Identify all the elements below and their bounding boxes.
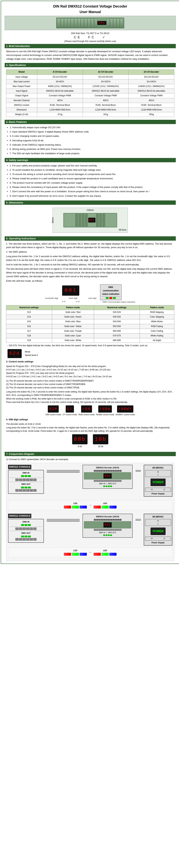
- dimensions-diagram: 218mm 001 90mm 58.5mm: [52, 208, 128, 233]
- control-heading: 3. Control mode settings: [6, 360, 174, 364]
- product-image: 001: [5, 16, 176, 30]
- power-supply-label: Power Supply: [145, 492, 171, 495]
- mode-display-value: Ct: [66, 405, 74, 412]
- speed-display: 524: [7, 349, 22, 358]
- section-3-content: 1. Automatically adapts input voltage DC…: [5, 125, 176, 157]
- led-indicator-2: [25, 524, 27, 526]
- led-strips-area: LED → LED: [8, 500, 172, 510]
- list-item: 2. To avoid installed the product in min…: [10, 168, 174, 172]
- section-4-header: 4. Safety warnings: [5, 158, 176, 162]
- table-row: Input voltageDC12V-DC24VDC12V-DC24VDC12V…: [6, 74, 174, 79]
- op-paragraph-0: 1. The decoder has three buttons, which …: [6, 242, 174, 250]
- dim-heading: 4. DIM digit settings: [6, 418, 174, 422]
- power-supply-block-2: 85-265VAC N L POWER V+ V- Power Supply: [144, 514, 172, 546]
- mode-display-label: RGB control mode: [78, 413, 95, 416]
- op-paragraph-2: Long press the button No. 1 for 2 second…: [6, 255, 174, 262]
- col-32ch: 32 CH Decoder: [83, 69, 128, 74]
- led-indicator-2: [21, 524, 24, 526]
- col-8ch: 8 CH Decoder: [37, 69, 83, 74]
- read-note: (Please read through this manual careful…: [5, 40, 176, 42]
- speed-level-label: Speed level 4: [25, 353, 38, 357]
- mode-display-box: rGBRGB control mode: [78, 405, 95, 416]
- table-row: 517Solid color: Purple560-569Color Fadin…: [6, 329, 174, 333]
- list-item: 3. 6 color changing modes and 10 speed s…: [10, 134, 174, 138]
- list-item: 7. The DIN rail style facilitates the in…: [10, 152, 174, 155]
- section-3-header: 3. Basic Features: [5, 120, 176, 124]
- table-row: Input SignalDMX512 8b/16 bit selectableD…: [6, 89, 174, 93]
- dmx-console-label-2: DMX512 CONSOLE: [8, 514, 31, 518]
- power-word: POWER: [150, 478, 166, 486]
- wire-to-power: [136, 465, 141, 471]
- power-word-2: POWER: [150, 528, 166, 535]
- power-supply-block: 85-265VAC N L POWER V+ V- Power Supply: [144, 465, 172, 497]
- led-indicator-2: [21, 535, 24, 537]
- mode-displays-row: dIMDIM control modeCtCT control moderGBR…: [6, 405, 174, 416]
- dmx-display-labels: hundredth digit tenth digit units digit: [45, 297, 97, 300]
- speed-display-row: 524 Mode Speed level 4: [6, 348, 174, 359]
- mode-display-label: CT control mode: [63, 413, 77, 416]
- power-supply-label-2: Power Supply: [145, 541, 171, 545]
- table-row: DimensionL218×W90×H58.5mmL218×W90×H58.5m…: [6, 107, 174, 112]
- wire-connections: [47, 465, 80, 473]
- dmx-console-block: DMX512 CONSOLE DMX IN: [8, 465, 44, 494]
- bit-displays-row: 08b8 bit16b16 bit: [6, 434, 174, 448]
- table-row: Max load current3A×8CH3A×32CH3A×24CH: [6, 79, 174, 84]
- section-2-content: Model 8 CH Decoder 32 CH Decoder 24 CH D…: [5, 68, 176, 118]
- voltage-label: 85-265VAC: [145, 466, 171, 470]
- op-paragraph-1: 2. Set DMX address: [6, 250, 174, 254]
- table-row: 515Solid color: Blue540-549White flicker: [6, 319, 174, 324]
- mode-display-box: CtCT control mode: [63, 405, 77, 416]
- section-2-header: 2. Specifications: [5, 63, 176, 67]
- mode-display-value: rGBW: [98, 405, 112, 412]
- led-indicator: [21, 475, 24, 477]
- dmx-display: 001: [62, 285, 79, 296]
- led-indicator: [25, 475, 27, 477]
- mode-display-box: dIMDIM control mode: [45, 405, 61, 416]
- section-7-content: 1) Connact to DMX system(take 24CH decod…: [5, 457, 176, 562]
- dmx-display-area: 001 hundredth digit tenth digit units di…: [6, 284, 174, 304]
- dim-depth: 58.5mm: [119, 228, 127, 232]
- page-subtitle: User Manual: [5, 10, 176, 14]
- col-model: Model: [6, 69, 37, 74]
- mode-display-value: dIM: [48, 405, 59, 412]
- dim-content: The decoder works on 8-bit or 16-bit. Lo…: [6, 423, 174, 433]
- mode-display-label: RGBWY control mode: [116, 413, 135, 416]
- list-item: 1. For your safety and product properly …: [10, 164, 174, 168]
- led-indicator: [28, 487, 31, 488]
- mode-display-value: rGB: [81, 405, 92, 412]
- bit-display-block: 16b16 bit: [93, 434, 108, 448]
- conjunction-diagram: DMX512 CONSOLE DMX IN: [6, 463, 174, 561]
- list-item: 6. Please check the consistency of input…: [10, 185, 174, 189]
- page-title: DIN Rail DMX512 Constant Voltage Decoder: [5, 4, 176, 8]
- table-row: DMX512 socketRJ45, Terminal BlockRJ45, T…: [6, 103, 174, 107]
- mode-display-box: rGBWRGBW control mode: [96, 405, 114, 416]
- led-indicator-2: [28, 524, 31, 526]
- wire-connections-2: [47, 514, 80, 522]
- mode-display-label: RGBW control mode: [96, 413, 114, 416]
- speed-note: → 520-579. First two digital indicate th…: [6, 344, 174, 347]
- led-indicator: [25, 487, 27, 488]
- wire-to-power-2: [136, 514, 141, 521]
- table-row: 518Solid color: Cyan570-579White Fading: [6, 333, 174, 338]
- table-row: Output SignalConstant Voltage PWMConstan…: [6, 93, 174, 98]
- table-row: 514Solid color: Green530-539Color Skippi…: [6, 315, 174, 319]
- led-indicator-2: [25, 535, 27, 537]
- dmx-console-label: DMX512 CONSOLE: [8, 465, 31, 469]
- table-row: 519Solid color: White580-599All bright: [6, 338, 174, 343]
- mode-display-label: DIM control mode: [45, 413, 61, 416]
- table-row: 516Solid color: Yellow550-559RGB Fading: [6, 324, 174, 329]
- table-row: Decode Channel40CH40CH40CH: [6, 98, 174, 103]
- list-item: 5. Indicator of the DMX512 signal receiv…: [10, 143, 174, 147]
- decoder-block: DMX512 Decoder (24CH): [82, 465, 133, 489]
- control-detail: (1) The 40-channel decoder can work in f…: [6, 379, 174, 390]
- dim-height: 90mm: [51, 217, 55, 223]
- mode-label: Mode: [25, 350, 38, 353]
- mode-display-value: rGBWY: [117, 405, 133, 412]
- list-item: 2. Input standard DMX512 signal; 3-digit…: [10, 130, 174, 134]
- decoder-block-2: DMX512 Decoder (24CH): [82, 514, 133, 538]
- bit-display-label: 16 bit: [93, 445, 108, 448]
- control-content: Speed for Program 520 – 579 (Color Chang…: [6, 365, 174, 378]
- list-item: 4. Decoding supports 8-bit,16-bit.: [10, 138, 174, 143]
- list-item: 8. Don't repair it by yourself whenever …: [10, 194, 174, 198]
- list-item: 1. Automatically adapts input voltage DC…: [10, 125, 174, 129]
